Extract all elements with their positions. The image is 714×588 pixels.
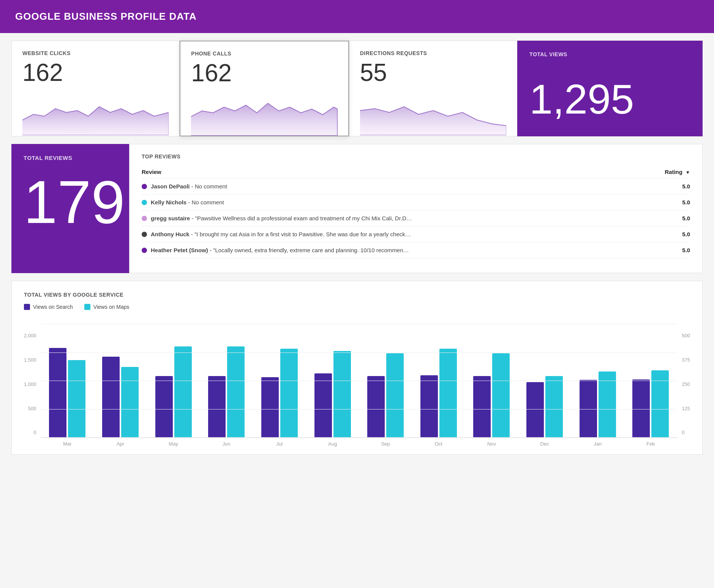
legend-maps: Views on Maps bbox=[84, 304, 130, 310]
bar-chart-wrapper: 2,000 1,500 1,000 500 0 bbox=[24, 318, 690, 447]
bar-search bbox=[420, 375, 438, 438]
directions-label: DIRECTIONS REQUESTS bbox=[360, 50, 506, 56]
y-axis-right: 500 375 250 125 0 bbox=[677, 333, 690, 447]
bar-search bbox=[473, 376, 491, 438]
reviewer-name: Kelly Nichols - No comment bbox=[151, 199, 224, 205]
bar-chart-area: MarAprMayJunJulAugSepOctNovDecJanFeb bbox=[41, 324, 678, 447]
total-views-card: TOTAL VIEWS 1,295 bbox=[517, 41, 703, 136]
month-group bbox=[306, 351, 359, 438]
legend-maps-color bbox=[84, 304, 90, 310]
avatar-dot bbox=[142, 200, 147, 205]
total-views-value: 1,295 bbox=[529, 76, 690, 122]
review-col-header: Review bbox=[142, 166, 643, 179]
rating-cell: 5.0 bbox=[643, 210, 690, 226]
total-reviews-card: TOTAL REVIEWS 179 bbox=[11, 144, 129, 273]
x-axis-label: May bbox=[147, 441, 200, 447]
metrics-row: WEBSITE CLICKS 162 PHONE CALLS 162 bbox=[11, 41, 703, 136]
bar-search bbox=[632, 379, 650, 438]
reviewer-name: gregg sustaire - "Pawsitive Wellness did… bbox=[151, 215, 412, 221]
x-axis-labels: MarAprMayJunJulAugSepOctNovDecJanFeb bbox=[41, 441, 678, 447]
rating-col-header: Rating ▼ bbox=[643, 166, 690, 179]
reviewer-name: Anthony Huck - "I brought my cat Asia in… bbox=[151, 231, 411, 237]
table-row: gregg sustaire - "Pawsitive Wellness did… bbox=[142, 210, 690, 226]
bar-search bbox=[155, 376, 173, 438]
month-group bbox=[571, 371, 624, 438]
chart-legend: Views on Search Views on Maps bbox=[24, 304, 690, 310]
total-views-label: TOTAL VIEWS bbox=[529, 51, 690, 57]
directions-chart bbox=[360, 90, 506, 135]
reviews-table: Review Rating ▼ Jason DePaoli - No comme… bbox=[142, 166, 690, 258]
month-group bbox=[94, 357, 147, 438]
reviewer-name: Jason DePaoli - No comment bbox=[151, 183, 227, 190]
total-reviews-value: 179 bbox=[24, 172, 117, 232]
sort-icon[interactable]: ▼ bbox=[686, 170, 690, 175]
table-row: Heather Petet (Snow) - "Locally owned, e… bbox=[142, 242, 690, 258]
bar-maps bbox=[227, 346, 245, 438]
x-axis-label: Aug bbox=[306, 441, 359, 447]
x-axis-label: Sep bbox=[359, 441, 412, 447]
top-reviews-panel: TOP REVIEWS Review Rating ▼ Jason DePaol bbox=[129, 144, 703, 273]
bar-search bbox=[261, 377, 279, 438]
bar-search bbox=[49, 348, 66, 438]
month-group bbox=[465, 353, 518, 438]
legend-maps-label: Views on Maps bbox=[93, 304, 130, 310]
table-row: Anthony Huck - "I brought my cat Asia in… bbox=[142, 226, 690, 242]
x-axis-label: Mar bbox=[41, 441, 94, 447]
bar-search bbox=[102, 357, 120, 438]
website-clicks-label: WEBSITE CLICKS bbox=[22, 50, 169, 56]
bar-search bbox=[367, 376, 385, 438]
x-axis-label: Feb bbox=[624, 441, 678, 447]
month-group bbox=[359, 353, 412, 438]
phone-calls-chart bbox=[191, 90, 337, 136]
avatar-dot bbox=[142, 232, 147, 237]
x-axis-label: Jan bbox=[571, 441, 624, 447]
legend-search-label: Views on Search bbox=[33, 304, 73, 310]
month-group bbox=[200, 346, 253, 438]
month-group bbox=[518, 376, 571, 438]
bar-search bbox=[314, 373, 332, 438]
review-cell: Anthony Huck - "I brought my cat Asia in… bbox=[142, 226, 643, 242]
bar-maps bbox=[599, 371, 616, 438]
rating-cell: 5.0 bbox=[643, 179, 690, 194]
legend-search: Views on Search bbox=[24, 304, 73, 310]
month-group bbox=[147, 346, 200, 438]
bar-maps bbox=[439, 349, 457, 438]
bar-maps bbox=[174, 346, 192, 438]
reviewer-name: Heather Petet (Snow) - "Locally owned, e… bbox=[151, 247, 409, 253]
rating-cell: 5.0 bbox=[643, 242, 690, 258]
total-reviews-label: TOTAL REVIEWS bbox=[24, 155, 117, 161]
bar-maps bbox=[492, 353, 510, 438]
website-clicks-card: WEBSITE CLICKS 162 bbox=[11, 41, 180, 136]
page-title: GOOGLE BUSINESS PROFILE DATA bbox=[15, 11, 197, 22]
bar-maps bbox=[333, 351, 351, 438]
bar-maps bbox=[68, 360, 85, 438]
main-content: WEBSITE CLICKS 162 PHONE CALLS 162 bbox=[0, 33, 714, 462]
bar-search bbox=[580, 380, 597, 438]
bar-maps bbox=[280, 349, 298, 438]
x-axis-label: Jun bbox=[200, 441, 253, 447]
bar-search bbox=[526, 382, 544, 438]
bar-maps bbox=[121, 367, 139, 438]
chart-title: TOTAL VIEWS BY GOOGLE SERVICE bbox=[24, 292, 690, 298]
review-cell: Jason DePaoli - No comment bbox=[142, 179, 643, 194]
directions-card: DIRECTIONS REQUESTS 55 bbox=[349, 41, 517, 136]
top-reviews-title: TOP REVIEWS bbox=[142, 153, 690, 160]
website-clicks-chart bbox=[22, 90, 169, 135]
month-group bbox=[412, 349, 465, 438]
review-cell: gregg sustaire - "Pawsitive Wellness did… bbox=[142, 210, 643, 226]
month-group bbox=[253, 349, 306, 438]
review-cell: Heather Petet (Snow) - "Locally owned, e… bbox=[142, 242, 643, 258]
avatar-dot bbox=[142, 184, 147, 189]
avatar-dot bbox=[142, 248, 147, 253]
x-axis-label: Apr bbox=[94, 441, 147, 447]
bar-maps bbox=[545, 376, 563, 438]
review-cell: Kelly Nichols - No comment bbox=[142, 194, 643, 210]
directions-value: 55 bbox=[360, 59, 506, 86]
bar-chart-section: TOTAL VIEWS BY GOOGLE SERVICE Views on S… bbox=[11, 281, 703, 455]
rating-cell: 5.0 bbox=[643, 226, 690, 242]
x-axis-label: Oct bbox=[412, 441, 465, 447]
bar-maps bbox=[651, 370, 669, 438]
x-axis-label: Nov bbox=[465, 441, 518, 447]
bar-maps bbox=[386, 353, 404, 438]
table-row: Kelly Nichols - No comment 5.0 bbox=[142, 194, 690, 210]
